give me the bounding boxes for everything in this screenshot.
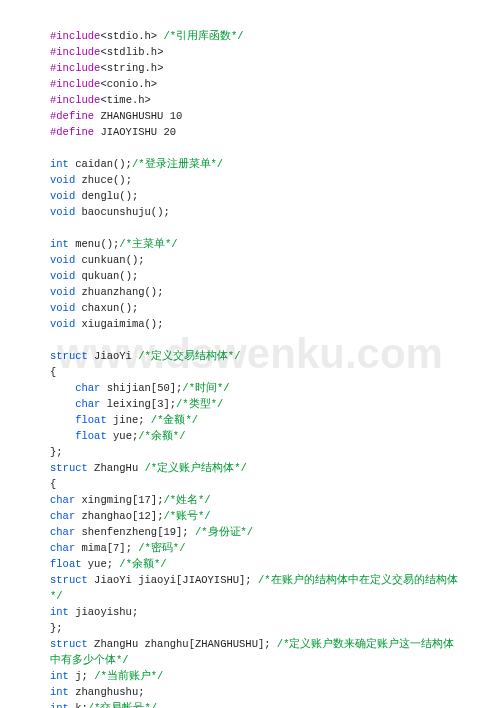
code-line: { xyxy=(50,364,460,380)
code-token: denglu(); xyxy=(75,190,138,202)
code-token: /*余额*/ xyxy=(119,558,166,570)
code-line: void baocunshuju(); xyxy=(50,204,460,220)
code-token: #include xyxy=(50,30,100,42)
code-line: struct ZhangHu zhanghu[ZHANGHUSHU]; /*定义… xyxy=(50,636,460,652)
code-token: /*余额*/ xyxy=(138,430,185,442)
code-token: /*类型*/ xyxy=(176,398,223,410)
code-token: char xyxy=(50,510,75,522)
code-line: struct JiaoYi /*定义交易结构体*/ xyxy=(50,348,460,364)
code-line: int jiaoyishu; xyxy=(50,604,460,620)
code-line: #include<stdio.h> /*引用库函数*/ xyxy=(50,28,460,44)
code-token: struct xyxy=(50,574,88,586)
code-token: void xyxy=(50,174,75,186)
code-token: <time.h> xyxy=(100,94,150,106)
code-token: void xyxy=(50,190,75,202)
code-token: yue; xyxy=(82,558,120,570)
code-token: int xyxy=(50,158,69,170)
code-token: xingming[17]; xyxy=(75,494,163,506)
code-token: float xyxy=(50,558,82,570)
code-token: /*时间*/ xyxy=(182,382,229,394)
code-token: shenfenzheng[19]; xyxy=(75,526,195,538)
code-line: 中有多少个体*/ xyxy=(50,652,460,668)
code-line: struct ZhangHu /*定义账户结构体*/ xyxy=(50,460,460,476)
code-token: /*定义交易结构体*/ xyxy=(138,350,240,362)
code-token: /*登录注册菜单*/ xyxy=(132,158,223,170)
code-token: /*金额*/ xyxy=(151,414,198,426)
code-token: #include xyxy=(50,78,100,90)
code-token: #include xyxy=(50,46,100,58)
code-token: mima[7]; xyxy=(75,542,138,554)
code-token: baocunshuju(); xyxy=(75,206,170,218)
code-token: zhanghao[12]; xyxy=(75,510,163,522)
code-line: int caidan();/*登录注册菜单*/ xyxy=(50,156,460,172)
code-line xyxy=(50,140,460,156)
code-token: ZhangHu xyxy=(88,462,145,474)
code-token: void xyxy=(50,270,75,282)
code-token: }; xyxy=(50,622,63,634)
code-token: <conio.h> xyxy=(100,78,157,90)
code-token: /*定义账户结构体*/ xyxy=(145,462,247,474)
code-token: /*姓名*/ xyxy=(163,494,210,506)
code-token: struct xyxy=(50,462,88,474)
code-token: void xyxy=(50,286,75,298)
code-line: float yue; /*余额*/ xyxy=(50,556,460,572)
code-line: float yue;/*余额*/ xyxy=(50,428,460,444)
code-line: char zhanghao[12];/*账号*/ xyxy=(50,508,460,524)
code-line: #include<conio.h> xyxy=(50,76,460,92)
code-line: { xyxy=(50,476,460,492)
code-token: int xyxy=(50,606,69,618)
code-token: char xyxy=(75,398,100,410)
code-token: chaxun(); xyxy=(75,302,138,314)
code-token: /*在账户的结构体中在定义交易的结构体 xyxy=(258,574,458,586)
code-token xyxy=(50,398,75,410)
code-token: jine; xyxy=(107,414,151,426)
code-token: char xyxy=(50,494,75,506)
code-token: 中有多少个体*/ xyxy=(50,654,129,666)
code-line: */ xyxy=(50,588,460,604)
code-token: struct xyxy=(50,638,88,650)
code-token: /*主菜单*/ xyxy=(119,238,177,250)
code-line: void xiugaimima(); xyxy=(50,316,460,332)
code-token: #define xyxy=(50,110,94,122)
code-token: }; xyxy=(50,446,63,458)
code-token: <string.h> xyxy=(100,62,163,74)
code-line: #include<time.h> xyxy=(50,92,460,108)
code-token: yue; xyxy=(107,430,139,442)
code-token: jiaoyishu; xyxy=(69,606,138,618)
code-token: { xyxy=(50,478,56,490)
code-line: float jine; /*金额*/ xyxy=(50,412,460,428)
code-token: int xyxy=(50,702,69,708)
code-token: cunkuan(); xyxy=(75,254,144,266)
code-token: caidan(); xyxy=(69,158,132,170)
code-token: k; xyxy=(69,702,88,708)
code-token xyxy=(50,382,75,394)
code-line: void zhuanzhang(); xyxy=(50,284,460,300)
code-token: { xyxy=(50,366,56,378)
code-line: #include<string.h> xyxy=(50,60,460,76)
code-token: char xyxy=(50,526,75,538)
code-token: #include xyxy=(50,62,100,74)
code-line: struct JiaoYi jiaoyi[JIAOYISHU]; /*在账户的结… xyxy=(50,572,460,588)
code-token: JiaoYi jiaoyi[JIAOYISHU]; xyxy=(88,574,258,586)
code-token: /*交易帐号*/ xyxy=(88,702,157,708)
code-token: /*账号*/ xyxy=(163,510,210,522)
code-line: char shenfenzheng[19]; /*身份证*/ xyxy=(50,524,460,540)
code-token: ZHANGHUSHU 10 xyxy=(94,110,182,122)
code-line: }; xyxy=(50,620,460,636)
code-token: int xyxy=(50,670,69,682)
code-line: int j; /*当前账户*/ xyxy=(50,668,460,684)
code-token: /*密码*/ xyxy=(138,542,185,554)
code-line: #include<stdlib.h> xyxy=(50,44,460,60)
code-token: */ xyxy=(50,590,63,602)
code-line: void chaxun(); xyxy=(50,300,460,316)
code-token xyxy=(50,430,75,442)
code-token: j; xyxy=(69,670,94,682)
code-line: void denglu(); xyxy=(50,188,460,204)
code-token: shijian[50]; xyxy=(100,382,182,394)
code-token: void xyxy=(50,254,75,266)
code-line: void zhuce(); xyxy=(50,172,460,188)
code-token: struct xyxy=(50,350,88,362)
code-line: void cunkuan(); xyxy=(50,252,460,268)
code-line: int k;/*交易帐号*/ xyxy=(50,700,460,708)
code-token: int xyxy=(50,686,69,698)
